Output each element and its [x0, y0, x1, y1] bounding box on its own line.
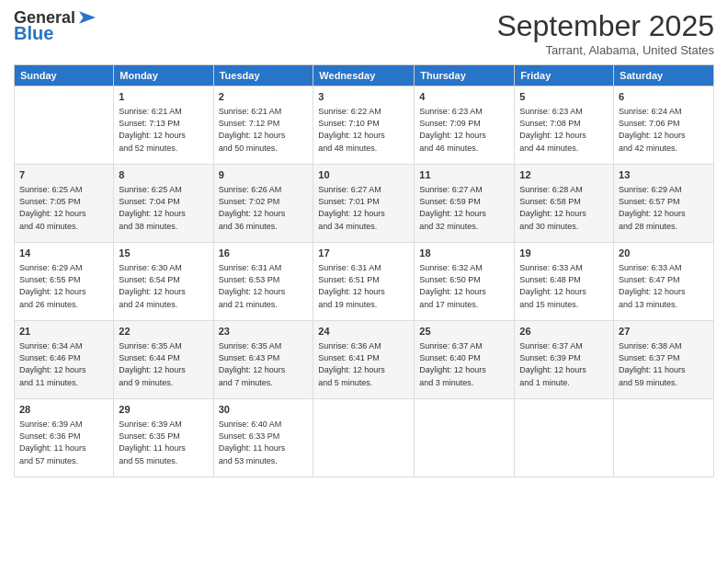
cell-week2-day4: 11Sunrise: 6:27 AMSunset: 6:59 PMDayligh…: [415, 165, 515, 243]
day-number: 6: [619, 90, 709, 104]
day-number: 23: [219, 325, 309, 339]
cell-week4-day6: 27Sunrise: 6:38 AMSunset: 6:37 PMDayligh…: [614, 321, 714, 399]
cell-info: Sunrise: 6:31 AMSunset: 6:53 PMDaylight:…: [219, 262, 309, 310]
calendar-page: General Blue September 2025 Tarrant, Ala…: [0, 0, 728, 563]
cell-week4-day0: 21Sunrise: 6:34 AMSunset: 6:46 PMDayligh…: [15, 321, 114, 399]
col-tuesday: Tuesday: [213, 65, 313, 86]
cell-week5-day5: [515, 399, 614, 477]
cell-week1-day6: 6Sunrise: 6:24 AMSunset: 7:06 PMDaylight…: [614, 86, 714, 165]
cell-info: Sunrise: 6:21 AMSunset: 7:12 PMDaylight:…: [219, 106, 309, 154]
col-monday: Monday: [114, 65, 213, 86]
svg-marker-0: [79, 11, 96, 24]
cell-week2-day6: 13Sunrise: 6:29 AMSunset: 6:57 PMDayligh…: [614, 165, 714, 243]
day-number: 22: [119, 325, 208, 339]
cell-week5-day1: 29Sunrise: 6:39 AMSunset: 6:35 PMDayligh…: [114, 399, 213, 477]
day-number: 11: [419, 168, 509, 182]
cell-week3-day6: 20Sunrise: 6:33 AMSunset: 6:47 PMDayligh…: [614, 243, 714, 321]
cell-week4-day2: 23Sunrise: 6:35 AMSunset: 6:43 PMDayligh…: [213, 321, 313, 399]
cell-week5-day0: 28Sunrise: 6:39 AMSunset: 6:36 PMDayligh…: [15, 399, 114, 477]
day-number: 5: [519, 90, 609, 104]
cell-info: Sunrise: 6:30 AMSunset: 6:54 PMDaylight:…: [119, 262, 208, 310]
cell-info: Sunrise: 6:25 AMSunset: 7:04 PMDaylight:…: [119, 184, 208, 232]
day-number: 1: [119, 90, 208, 104]
calendar-table: Sunday Monday Tuesday Wednesday Thursday…: [14, 64, 714, 477]
day-number: 20: [619, 247, 709, 260]
cell-week5-day6: [614, 399, 714, 477]
col-thursday: Thursday: [415, 65, 515, 86]
cell-week2-day2: 9Sunrise: 6:26 AMSunset: 7:02 PMDaylight…: [213, 165, 313, 243]
cell-week2-day5: 12Sunrise: 6:28 AMSunset: 6:58 PMDayligh…: [515, 165, 614, 243]
cell-week1-day4: 4Sunrise: 6:23 AMSunset: 7:09 PMDaylight…: [415, 86, 515, 165]
cell-week5-day4: [415, 399, 515, 477]
cell-week2-day3: 10Sunrise: 6:27 AMSunset: 7:01 PMDayligh…: [313, 165, 415, 243]
cell-info: Sunrise: 6:23 AMSunset: 7:08 PMDaylight:…: [519, 106, 609, 154]
day-number: 25: [419, 325, 509, 339]
cell-info: Sunrise: 6:28 AMSunset: 6:58 PMDaylight:…: [519, 184, 609, 232]
cell-week3-day5: 19Sunrise: 6:33 AMSunset: 6:48 PMDayligh…: [515, 243, 614, 321]
cell-info: Sunrise: 6:31 AMSunset: 6:51 PMDaylight:…: [318, 262, 409, 310]
cell-info: Sunrise: 6:33 AMSunset: 6:47 PMDaylight:…: [619, 262, 709, 310]
logo-blue-text: Blue: [14, 24, 53, 42]
cell-info: Sunrise: 6:32 AMSunset: 6:50 PMDaylight:…: [419, 262, 509, 310]
day-number: 7: [19, 168, 108, 182]
day-number: 26: [519, 325, 609, 339]
day-number: 10: [318, 168, 409, 182]
cell-info: Sunrise: 6:35 AMSunset: 6:43 PMDaylight:…: [219, 340, 309, 388]
cell-info: Sunrise: 6:36 AMSunset: 6:41 PMDaylight:…: [318, 340, 409, 388]
cell-week1-day0: [15, 86, 114, 165]
cell-week3-day4: 18Sunrise: 6:32 AMSunset: 6:50 PMDayligh…: [415, 243, 515, 321]
header-row: Sunday Monday Tuesday Wednesday Thursday…: [15, 65, 714, 86]
cell-info: Sunrise: 6:34 AMSunset: 6:46 PMDaylight:…: [19, 340, 108, 388]
day-number: 27: [619, 325, 709, 339]
day-number: 16: [219, 247, 309, 260]
logo: General Blue: [14, 9, 96, 42]
day-number: 3: [318, 90, 409, 104]
header: General Blue September 2025 Tarrant, Ala…: [14, 9, 714, 57]
week-row-5: 28Sunrise: 6:39 AMSunset: 6:36 PMDayligh…: [15, 399, 714, 477]
week-row-4: 21Sunrise: 6:34 AMSunset: 6:46 PMDayligh…: [15, 321, 714, 399]
cell-week1-day5: 5Sunrise: 6:23 AMSunset: 7:08 PMDaylight…: [515, 86, 614, 165]
day-number: 28: [19, 403, 108, 417]
cell-info: Sunrise: 6:27 AMSunset: 6:59 PMDaylight:…: [419, 184, 509, 232]
cell-week1-day2: 2Sunrise: 6:21 AMSunset: 7:12 PMDaylight…: [213, 86, 313, 165]
day-number: 12: [519, 168, 609, 182]
day-number: 2: [219, 90, 309, 104]
cell-info: Sunrise: 6:29 AMSunset: 6:57 PMDaylight:…: [619, 184, 709, 232]
cell-week1-day1: 1Sunrise: 6:21 AMSunset: 7:13 PMDaylight…: [114, 86, 213, 165]
cell-info: Sunrise: 6:37 AMSunset: 6:40 PMDaylight:…: [419, 340, 509, 388]
day-number: 8: [119, 168, 208, 182]
cell-info: Sunrise: 6:39 AMSunset: 6:36 PMDaylight:…: [19, 419, 108, 466]
day-number: 9: [219, 168, 309, 182]
col-friday: Friday: [515, 65, 614, 86]
day-number: 18: [419, 247, 509, 260]
cell-week3-day1: 15Sunrise: 6:30 AMSunset: 6:54 PMDayligh…: [114, 243, 213, 321]
week-row-1: 1Sunrise: 6:21 AMSunset: 7:13 PMDaylight…: [15, 86, 714, 165]
day-number: 17: [318, 247, 409, 260]
cell-info: Sunrise: 6:21 AMSunset: 7:13 PMDaylight:…: [119, 106, 208, 154]
cell-info: Sunrise: 6:27 AMSunset: 7:01 PMDaylight:…: [318, 184, 409, 232]
cell-info: Sunrise: 6:40 AMSunset: 6:33 PMDaylight:…: [219, 419, 309, 466]
cell-week5-day3: [313, 399, 415, 477]
day-number: 19: [519, 247, 609, 260]
day-number: 14: [19, 247, 108, 260]
day-number: 4: [419, 90, 509, 104]
cell-week4-day1: 22Sunrise: 6:35 AMSunset: 6:44 PMDayligh…: [114, 321, 213, 399]
cell-week4-day3: 24Sunrise: 6:36 AMSunset: 6:41 PMDayligh…: [313, 321, 415, 399]
week-row-3: 14Sunrise: 6:29 AMSunset: 6:55 PMDayligh…: [15, 243, 714, 321]
day-number: 30: [219, 403, 309, 417]
cell-week2-day1: 8Sunrise: 6:25 AMSunset: 7:04 PMDaylight…: [114, 165, 213, 243]
cell-week2-day0: 7Sunrise: 6:25 AMSunset: 7:05 PMDaylight…: [15, 165, 114, 243]
cell-info: Sunrise: 6:26 AMSunset: 7:02 PMDaylight:…: [219, 184, 309, 232]
day-number: 29: [119, 403, 208, 417]
col-wednesday: Wednesday: [313, 65, 415, 86]
cell-week4-day4: 25Sunrise: 6:37 AMSunset: 6:40 PMDayligh…: [415, 321, 515, 399]
cell-info: Sunrise: 6:23 AMSunset: 7:09 PMDaylight:…: [419, 106, 509, 154]
day-number: 21: [19, 325, 108, 339]
month-title: September 2025: [496, 9, 714, 43]
cell-info: Sunrise: 6:24 AMSunset: 7:06 PMDaylight:…: [619, 106, 709, 154]
cell-week1-day3: 3Sunrise: 6:22 AMSunset: 7:10 PMDaylight…: [313, 86, 415, 165]
cell-week3-day0: 14Sunrise: 6:29 AMSunset: 6:55 PMDayligh…: [15, 243, 114, 321]
cell-info: Sunrise: 6:37 AMSunset: 6:39 PMDaylight:…: [519, 340, 609, 388]
location: Tarrant, Alabama, United States: [496, 43, 714, 57]
day-number: 13: [619, 168, 709, 182]
